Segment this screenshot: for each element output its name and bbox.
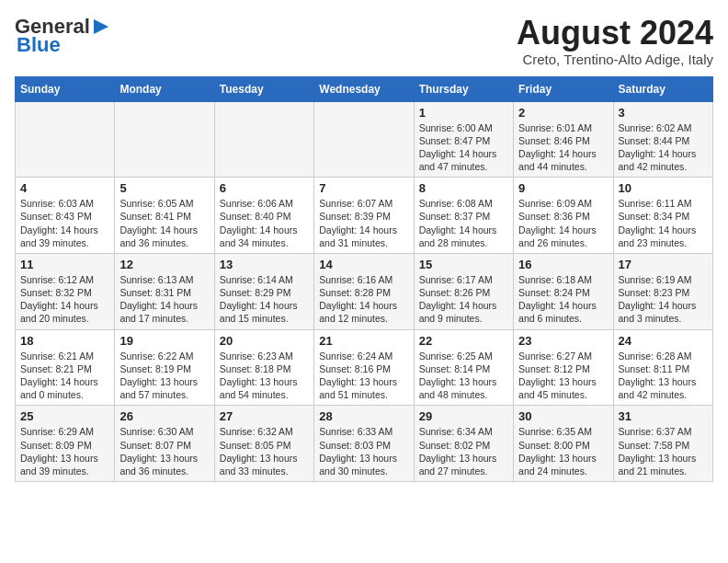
day-number: 7: [319, 181, 408, 195]
calendar-cell: 27Sunrise: 6:32 AM Sunset: 8:05 PM Dayli…: [214, 406, 313, 482]
col-header-thursday: Thursday: [414, 76, 513, 101]
calendar-cell: 15Sunrise: 6:17 AM Sunset: 8:26 PM Dayli…: [414, 253, 513, 329]
location-subtitle: Creto, Trentino-Alto Adige, Italy: [517, 52, 713, 67]
day-number: 1: [419, 106, 508, 120]
calendar-cell: 10Sunrise: 6:11 AM Sunset: 8:34 PM Dayli…: [613, 178, 712, 254]
day-number: 19: [119, 334, 209, 348]
day-number: 21: [319, 334, 408, 348]
day-info: Sunrise: 6:37 AM Sunset: 7:58 PM Dayligh…: [619, 425, 708, 477]
month-title: August 2024: [517, 15, 713, 52]
calendar-cell: 23Sunrise: 6:27 AM Sunset: 8:12 PM Dayli…: [514, 329, 613, 406]
calendar-cell: 1Sunrise: 6:00 AM Sunset: 8:47 PM Daylig…: [414, 101, 513, 178]
col-header-sunday: Sunday: [16, 76, 115, 101]
day-number: 13: [220, 258, 309, 271]
day-number: 14: [319, 258, 408, 271]
day-number: 25: [20, 409, 109, 423]
day-number: 27: [220, 409, 309, 423]
day-info: Sunrise: 6:23 AM Sunset: 8:18 PM Dayligh…: [220, 350, 309, 402]
day-info: Sunrise: 6:01 AM Sunset: 8:46 PM Dayligh…: [518, 121, 608, 174]
logo-blue: Blue: [17, 33, 61, 57]
day-info: Sunrise: 6:14 AM Sunset: 8:29 PM Dayligh…: [220, 273, 309, 326]
calendar-cell: 22Sunrise: 6:25 AM Sunset: 8:14 PM Dayli…: [414, 329, 513, 406]
day-info: Sunrise: 6:09 AM Sunset: 8:36 PM Dayligh…: [518, 197, 608, 249]
day-number: 9: [518, 181, 608, 195]
day-number: 16: [518, 258, 608, 271]
title-block: August 2024 Creto, Trentino-Alto Adige, …: [517, 15, 713, 67]
calendar-cell: 4Sunrise: 6:03 AM Sunset: 8:43 PM Daylig…: [16, 178, 115, 254]
day-info: Sunrise: 6:03 AM Sunset: 8:43 PM Dayligh…: [20, 197, 109, 249]
day-number: 6: [220, 181, 309, 195]
calendar-cell: 6Sunrise: 6:06 AM Sunset: 8:40 PM Daylig…: [214, 178, 313, 254]
calendar-cell: 14Sunrise: 6:16 AM Sunset: 8:28 PM Dayli…: [314, 253, 414, 329]
day-info: Sunrise: 6:05 AM Sunset: 8:41 PM Dayligh…: [119, 197, 209, 249]
calendar-cell: 19Sunrise: 6:22 AM Sunset: 8:19 PM Dayli…: [115, 329, 214, 406]
calendar-cell: 30Sunrise: 6:35 AM Sunset: 8:00 PM Dayli…: [514, 406, 613, 482]
day-number: 24: [619, 334, 708, 348]
day-number: 12: [119, 258, 209, 271]
day-info: Sunrise: 6:18 AM Sunset: 8:24 PM Dayligh…: [518, 273, 608, 326]
svg-marker-0: [94, 19, 108, 34]
day-number: 15: [419, 258, 508, 271]
calendar-table: SundayMondayTuesdayWednesdayThursdayFrid…: [15, 76, 713, 482]
day-info: Sunrise: 6:13 AM Sunset: 8:31 PM Dayligh…: [119, 273, 209, 326]
calendar-cell: 12Sunrise: 6:13 AM Sunset: 8:31 PM Dayli…: [115, 253, 214, 329]
day-number: 17: [619, 258, 708, 271]
day-number: 20: [220, 334, 309, 348]
day-number: 30: [518, 409, 608, 423]
calendar-cell: 31Sunrise: 6:37 AM Sunset: 7:58 PM Dayli…: [613, 406, 712, 482]
calendar-cell: 7Sunrise: 6:07 AM Sunset: 8:39 PM Daylig…: [314, 178, 414, 254]
calendar-cell: 28Sunrise: 6:33 AM Sunset: 8:03 PM Dayli…: [314, 406, 414, 482]
day-info: Sunrise: 6:19 AM Sunset: 8:23 PM Dayligh…: [619, 273, 708, 326]
day-info: Sunrise: 6:06 AM Sunset: 8:40 PM Dayligh…: [220, 197, 309, 249]
day-info: Sunrise: 6:21 AM Sunset: 8:21 PM Dayligh…: [20, 350, 109, 402]
calendar-cell: 5Sunrise: 6:05 AM Sunset: 8:41 PM Daylig…: [115, 178, 214, 254]
day-number: 26: [119, 409, 209, 423]
calendar-cell: [314, 101, 414, 178]
calendar-cell: 9Sunrise: 6:09 AM Sunset: 8:36 PM Daylig…: [514, 178, 613, 254]
day-number: 22: [419, 334, 508, 348]
day-info: Sunrise: 6:24 AM Sunset: 8:16 PM Dayligh…: [319, 350, 408, 402]
day-info: Sunrise: 6:02 AM Sunset: 8:44 PM Dayligh…: [619, 121, 708, 174]
calendar-cell: [16, 101, 115, 178]
day-info: Sunrise: 6:35 AM Sunset: 8:00 PM Dayligh…: [518, 425, 608, 477]
day-info: Sunrise: 6:12 AM Sunset: 8:32 PM Dayligh…: [20, 273, 109, 326]
calendar-cell: [115, 101, 214, 178]
day-number: 29: [419, 409, 508, 423]
day-info: Sunrise: 6:30 AM Sunset: 8:07 PM Dayligh…: [119, 425, 209, 477]
calendar-cell: [214, 101, 313, 178]
calendar-cell: 18Sunrise: 6:21 AM Sunset: 8:21 PM Dayli…: [16, 329, 115, 406]
day-info: Sunrise: 6:29 AM Sunset: 8:09 PM Dayligh…: [20, 425, 109, 477]
day-info: Sunrise: 6:33 AM Sunset: 8:03 PM Dayligh…: [319, 425, 408, 477]
day-info: Sunrise: 6:08 AM Sunset: 8:37 PM Dayligh…: [419, 197, 508, 249]
day-number: 10: [619, 181, 708, 195]
logo: General Blue: [15, 15, 110, 57]
day-info: Sunrise: 6:00 AM Sunset: 8:47 PM Dayligh…: [419, 121, 508, 174]
day-info: Sunrise: 6:17 AM Sunset: 8:26 PM Dayligh…: [419, 273, 508, 326]
calendar-cell: 20Sunrise: 6:23 AM Sunset: 8:18 PM Dayli…: [214, 329, 313, 406]
calendar-cell: 3Sunrise: 6:02 AM Sunset: 8:44 PM Daylig…: [613, 101, 712, 178]
calendar-cell: 26Sunrise: 6:30 AM Sunset: 8:07 PM Dayli…: [115, 406, 214, 482]
day-info: Sunrise: 6:11 AM Sunset: 8:34 PM Dayligh…: [619, 197, 708, 249]
page-header: General Blue August 2024 Creto, Trentino…: [15, 15, 713, 67]
col-header-tuesday: Tuesday: [214, 76, 313, 101]
calendar-cell: 13Sunrise: 6:14 AM Sunset: 8:29 PM Dayli…: [214, 253, 313, 329]
day-number: 18: [20, 334, 109, 348]
day-info: Sunrise: 6:25 AM Sunset: 8:14 PM Dayligh…: [419, 350, 508, 402]
calendar-cell: 17Sunrise: 6:19 AM Sunset: 8:23 PM Dayli…: [613, 253, 712, 329]
day-number: 28: [319, 409, 408, 423]
day-number: 4: [20, 181, 109, 195]
calendar-cell: 21Sunrise: 6:24 AM Sunset: 8:16 PM Dayli…: [314, 329, 414, 406]
day-number: 8: [419, 181, 508, 195]
logo-arrow-icon: [90, 17, 110, 37]
calendar-cell: 2Sunrise: 6:01 AM Sunset: 8:46 PM Daylig…: [514, 101, 613, 178]
calendar-cell: 16Sunrise: 6:18 AM Sunset: 8:24 PM Dayli…: [514, 253, 613, 329]
col-header-friday: Friday: [514, 76, 613, 101]
calendar-cell: 29Sunrise: 6:34 AM Sunset: 8:02 PM Dayli…: [414, 406, 513, 482]
day-info: Sunrise: 6:27 AM Sunset: 8:12 PM Dayligh…: [518, 350, 608, 402]
day-info: Sunrise: 6:16 AM Sunset: 8:28 PM Dayligh…: [319, 273, 408, 326]
day-number: 3: [619, 106, 708, 120]
calendar-cell: 24Sunrise: 6:28 AM Sunset: 8:11 PM Dayli…: [613, 329, 712, 406]
calendar-cell: 8Sunrise: 6:08 AM Sunset: 8:37 PM Daylig…: [414, 178, 513, 254]
calendar-cell: 25Sunrise: 6:29 AM Sunset: 8:09 PM Dayli…: [16, 406, 115, 482]
day-number: 11: [20, 258, 109, 271]
